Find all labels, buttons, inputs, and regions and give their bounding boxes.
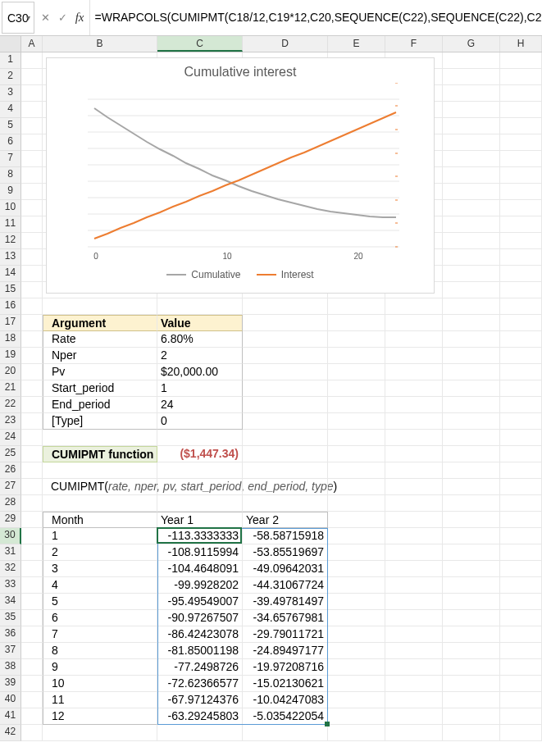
row-header[interactable]: 3 <box>0 85 21 102</box>
cell[interactable]: 1 <box>157 380 243 397</box>
cell[interactable]: 6.80% <box>157 331 243 348</box>
col-header-F[interactable]: F <box>385 36 443 52</box>
cell[interactable]: -44.31067724 <box>243 577 328 594</box>
cell[interactable]: -90.97267507 <box>157 610 243 626</box>
row-header[interactable]: 14 <box>0 266 21 282</box>
cell[interactable]: Argument <box>43 315 157 331</box>
cell[interactable]: 8 <box>43 643 157 659</box>
row-header[interactable]: 16 <box>0 298 21 315</box>
cell[interactable]: [Type] <box>43 413 157 430</box>
row-header[interactable]: 34 <box>0 594 21 610</box>
cell[interactable]: 12 <box>43 708 157 725</box>
row-header[interactable]: 5 <box>0 118 21 134</box>
cell[interactable]: -39.49781497 <box>243 594 328 610</box>
cell[interactable]: -86.42423078 <box>157 626 243 643</box>
row-header[interactable]: 28 <box>0 495 21 512</box>
fx-icon[interactable]: fx <box>74 9 86 26</box>
row-header[interactable]: 26 <box>0 462 21 479</box>
row-header[interactable]: 9 <box>0 184 21 200</box>
cell[interactable]: 2 <box>43 544 157 561</box>
cell[interactable]: -5.035422054 <box>243 708 328 725</box>
cell[interactable]: Nper <box>43 348 157 364</box>
cell[interactable]: Pv <box>43 364 157 380</box>
cells-area[interactable]: Argument Value Rate6.80% Nper2 Pv$20,000… <box>21 52 542 741</box>
cell[interactable]: -29.79011721 <box>243 626 328 643</box>
col-header-A[interactable]: A <box>21 36 43 52</box>
row-header[interactable]: 32 <box>0 561 21 577</box>
row-header[interactable]: 33 <box>0 577 21 594</box>
cumipmt-label[interactable]: CUMIPMT function <box>43 446 157 462</box>
cell[interactable]: -58.58715918 <box>243 528 328 544</box>
cell[interactable]: -63.29245803 <box>157 708 243 725</box>
enter-icon[interactable]: ✓ <box>57 10 69 25</box>
cell[interactable]: 7 <box>43 626 157 643</box>
row-header[interactable]: 20 <box>0 364 21 380</box>
row-header[interactable]: 11 <box>0 216 21 233</box>
row-header[interactable]: 7 <box>0 151 21 167</box>
col-header-C[interactable]: C <box>157 36 243 52</box>
cancel-icon[interactable]: ✕ <box>39 10 52 25</box>
chart[interactable]: Cumulative interest 2000-200 -400-600- <box>46 57 435 294</box>
cell[interactable]: 10 <box>43 676 157 692</box>
cell[interactable]: -53.85519697 <box>243 544 328 561</box>
name-box[interactable]: C30 ▾ <box>2 2 34 34</box>
cell[interactable]: -113.3333333 <box>157 528 243 544</box>
cell[interactable]: -95.49549007 <box>157 594 243 610</box>
row-header[interactable]: 27 <box>0 479 21 495</box>
row-header[interactable]: 35 <box>0 610 21 626</box>
cell[interactable]: -99.9928202 <box>157 577 243 594</box>
cell[interactable]: Value <box>157 315 243 331</box>
cell[interactable]: 5 <box>43 594 157 610</box>
fill-handle[interactable] <box>325 722 330 726</box>
row-header[interactable]: 8 <box>0 167 21 184</box>
row-header[interactable]: 37 <box>0 643 21 659</box>
row-header[interactable]: 17 <box>0 315 21 331</box>
row-header[interactable]: 38 <box>0 659 21 676</box>
row-header[interactable]: 1 <box>0 52 21 69</box>
cell[interactable]: -15.02130621 <box>243 676 328 692</box>
row-header[interactable]: 2 <box>0 69 21 85</box>
row-header[interactable]: 40 <box>0 692 21 708</box>
row-header[interactable]: 39 <box>0 676 21 692</box>
row-header[interactable]: 30 <box>0 528 21 544</box>
cell[interactable]: 11 <box>43 692 157 708</box>
col-header-E[interactable]: E <box>328 36 385 52</box>
chevron-down-icon[interactable]: ▾ <box>26 13 30 22</box>
row-header[interactable]: 36 <box>0 626 21 643</box>
cell[interactable]: 24 <box>157 397 243 413</box>
cumipmt-value[interactable]: ($1,447.34) <box>157 446 243 462</box>
row-header[interactable]: 21 <box>0 380 21 397</box>
cell[interactable]: 4 <box>43 577 157 594</box>
select-all-corner[interactable] <box>0 36 21 52</box>
cell[interactable]: 9 <box>43 659 157 676</box>
cell[interactable]: -49.09642031 <box>243 561 328 577</box>
row-header[interactable]: 25 <box>0 446 21 462</box>
cell[interactable]: -104.4648091 <box>157 561 243 577</box>
cell[interactable]: -10.04247083 <box>243 692 328 708</box>
formula-input[interactable]: =WRAPCOLS(CUMIPMT(C18/12,C19*12,C20,SEQU… <box>90 0 542 35</box>
cell[interactable]: -67.97124376 <box>157 692 243 708</box>
cell[interactable]: -19.97208716 <box>243 659 328 676</box>
cell[interactable]: End_period <box>43 397 157 413</box>
cell[interactable]: Year 1 <box>157 512 243 528</box>
row-header[interactable]: 10 <box>0 200 21 216</box>
row-header[interactable]: 6 <box>0 134 21 151</box>
row-header[interactable]: 4 <box>0 102 21 118</box>
row-header[interactable]: 15 <box>0 282 21 298</box>
cumipmt-syntax[interactable]: CUMIPMT(rate, nper, pv, start_period, en… <box>43 479 157 495</box>
cell[interactable]: 3 <box>43 561 157 577</box>
row-header[interactable]: 42 <box>0 725 21 741</box>
cell[interactable]: -108.9115994 <box>157 544 243 561</box>
col-header-D[interactable]: D <box>243 36 328 52</box>
col-header-B[interactable]: B <box>43 36 157 52</box>
cell[interactable]: 0 <box>157 413 243 430</box>
cell[interactable]: -72.62366577 <box>157 676 243 692</box>
row-header[interactable]: 24 <box>0 430 21 446</box>
cell[interactable]: -81.85001198 <box>157 643 243 659</box>
col-header-G[interactable]: G <box>443 36 500 52</box>
row-header[interactable]: 19 <box>0 348 21 364</box>
cell[interactable]: Rate <box>43 331 157 348</box>
row-header[interactable]: 22 <box>0 397 21 413</box>
row-header[interactable]: 23 <box>0 413 21 430</box>
cell[interactable]: -24.89497177 <box>243 643 328 659</box>
